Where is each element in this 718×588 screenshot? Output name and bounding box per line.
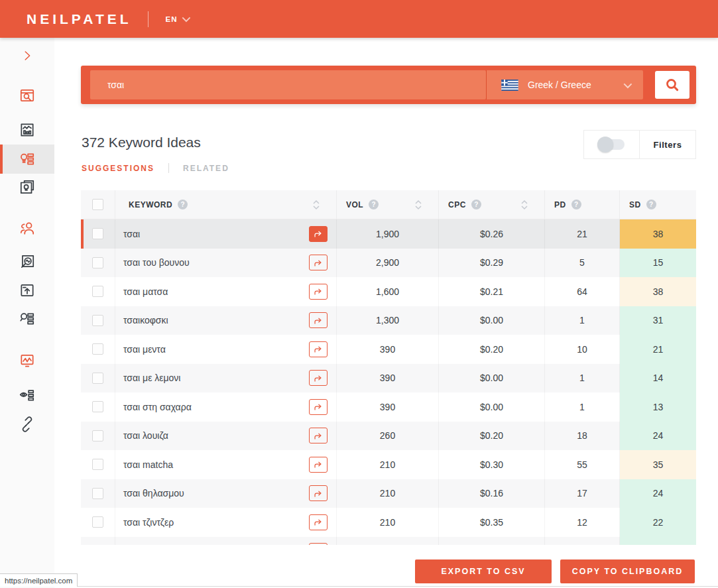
search-button[interactable] — [655, 71, 689, 99]
keyword-cell[interactable]: τσαι ματσα — [115, 286, 168, 297]
open-keyword-button[interactable] — [309, 485, 328, 501]
filters-toggle[interactable] — [584, 131, 640, 158]
search-icon — [664, 77, 680, 93]
select-all-checkbox[interactable] — [92, 199, 103, 210]
sd-cell: 13 — [653, 402, 664, 412]
open-keyword-button[interactable] — [309, 255, 328, 270]
row-checkbox[interactable] — [92, 488, 103, 499]
neilpatel-logo[interactable]: NEILPATEL — [27, 11, 132, 27]
keyword-cell[interactable]: τσαι — [115, 229, 140, 239]
pd-cell: 17 — [577, 488, 587, 499]
sidebar-item-keyword-lists[interactable] — [0, 304, 54, 333]
sd-cell: 22 — [653, 517, 664, 528]
keyword-ideas-icon — [19, 150, 36, 168]
row-checkbox[interactable] — [92, 228, 103, 239]
vol-cell: 1,900 — [376, 229, 399, 239]
table-row: τσαι1,900$0.262138 — [81, 219, 696, 249]
table-header-row: KEYWORD?VOL?CPC?PD?SD? — [81, 190, 696, 219]
column-header-vol: VOL — [346, 200, 363, 209]
topbar-divider — [148, 11, 149, 27]
open-keyword-arrow-icon — [312, 373, 324, 383]
sidebar-item-competitor-analysis[interactable] — [0, 213, 54, 243]
sidebar — [0, 38, 54, 588]
keyword-cell[interactable]: τσαι στη σαχαρα — [115, 402, 192, 412]
vol-cell: 1,300 — [376, 315, 399, 325]
sidebar-item-traffic-estimation[interactable] — [0, 115, 54, 145]
help-icon[interactable]: ? — [646, 200, 656, 209]
open-keyword-button[interactable] — [309, 514, 328, 530]
keyword-cell[interactable]: τσαι matcha — [115, 459, 173, 470]
sort-icon[interactable] — [520, 200, 528, 210]
ubersuggest-app: NEILPATEL EN — [0, 0, 718, 588]
pd-cell: 55 — [577, 459, 587, 470]
open-keyword-button[interactable] — [309, 226, 328, 242]
sidebar-item-keyword-overview[interactable] — [0, 247, 54, 276]
row-checkbox[interactable] — [92, 373, 103, 384]
keyword-cell[interactable]: τσαικοφσκι — [115, 315, 168, 325]
chevron-down-icon — [624, 80, 632, 88]
open-keyword-button[interactable] — [309, 312, 328, 328]
keyword-cell[interactable]: τσαι λουιζα — [115, 430, 168, 441]
keyword-visibility-icon — [19, 387, 36, 404]
keyword-cell[interactable]: τσαι τζιντζερ — [115, 517, 174, 528]
sd-cell: 38 — [653, 229, 664, 239]
sidebar-item-content-ideas[interactable] — [0, 172, 54, 202]
row-checkbox[interactable] — [92, 315, 103, 326]
sidebar-item-site-audit[interactable] — [0, 276, 54, 305]
row-checkbox[interactable] — [92, 257, 103, 268]
tab-suggestions[interactable]: SUGGESTIONS — [82, 164, 154, 173]
open-keyword-button[interactable] — [309, 370, 328, 386]
toggle-knob-icon — [597, 137, 613, 152]
sidebar-item-rank-tracking[interactable] — [0, 346, 54, 375]
open-keyword-button[interactable] — [309, 428, 328, 443]
country-language-select[interactable]: Greek / Greece — [486, 70, 643, 99]
help-icon[interactable]: ? — [369, 200, 379, 209]
table-row: τσαι ματσα1,600$0.216438 — [81, 277, 696, 306]
language-menu[interactable]: EN — [166, 15, 188, 23]
row-checkbox[interactable] — [92, 430, 103, 441]
row-checkbox[interactable] — [92, 516, 103, 528]
filters-label: Filters — [640, 131, 695, 158]
help-icon[interactable]: ? — [471, 200, 481, 209]
export-to-csv-button[interactable]: EXPORT TO CSV — [415, 559, 552, 583]
row-checkbox[interactable] — [92, 343, 103, 355]
help-icon[interactable]: ? — [178, 200, 188, 209]
keyword-search-input[interactable] — [90, 70, 486, 99]
traffic-estimation-icon — [19, 121, 36, 139]
open-keyword-button[interactable] — [309, 457, 328, 473]
table-row: τσαικοφσκι1,300$0.00131 — [81, 306, 696, 335]
open-keyword-button[interactable] — [309, 341, 328, 357]
vol-cell: 390 — [380, 402, 395, 412]
site-audit-icon — [19, 282, 36, 299]
row-checkbox[interactable] — [92, 459, 103, 470]
keyword-lists-icon — [19, 310, 36, 327]
keyword-cell[interactable]: τσαι του βουνου — [115, 257, 190, 268]
sidebar-item-keyword-ideas[interactable] — [0, 145, 54, 174]
tab-related[interactable]: RELATED — [183, 164, 229, 173]
sidebar-item-keyword-visibility[interactable] — [0, 381, 54, 410]
sidebar-item-backlinks[interactable] — [0, 410, 54, 439]
keyword-search-bar: Greek / Greece — [81, 66, 696, 104]
keyword-cell[interactable]: τσαι με λεμονι — [115, 373, 180, 383]
row-checkbox[interactable] — [92, 401, 103, 412]
sort-icon[interactable] — [414, 200, 422, 210]
keyword-cell[interactable]: τσαι μεντα — [115, 344, 166, 355]
copy-to-clipboard-button[interactable]: COPY TO CLIPBOARD — [560, 559, 695, 583]
open-keyword-button[interactable] — [309, 399, 328, 415]
keyword-cell[interactable]: τσαι θηλασμου — [115, 488, 184, 499]
domain-overview-icon — [19, 87, 36, 104]
sidebar-item-domain-overview[interactable] — [0, 81, 54, 110]
collapse-chevron-icon — [20, 48, 34, 63]
open-keyword-button[interactable] — [309, 543, 328, 545]
open-keyword-button[interactable] — [309, 284, 328, 300]
pd-cell: 1 — [579, 402, 585, 412]
vol-cell: 1,600 — [376, 286, 399, 297]
sidebar-item-collapse-chevron[interactable] — [0, 41, 54, 70]
cpc-cell: $0.30 — [480, 459, 503, 470]
row-checkbox[interactable] — [92, 286, 103, 297]
language-menu-label: EN — [166, 15, 178, 23]
help-icon[interactable]: ? — [571, 200, 581, 209]
sort-icon[interactable] — [312, 200, 320, 210]
chevron-down-icon — [182, 14, 190, 23]
vol-cell: 390 — [380, 344, 395, 355]
